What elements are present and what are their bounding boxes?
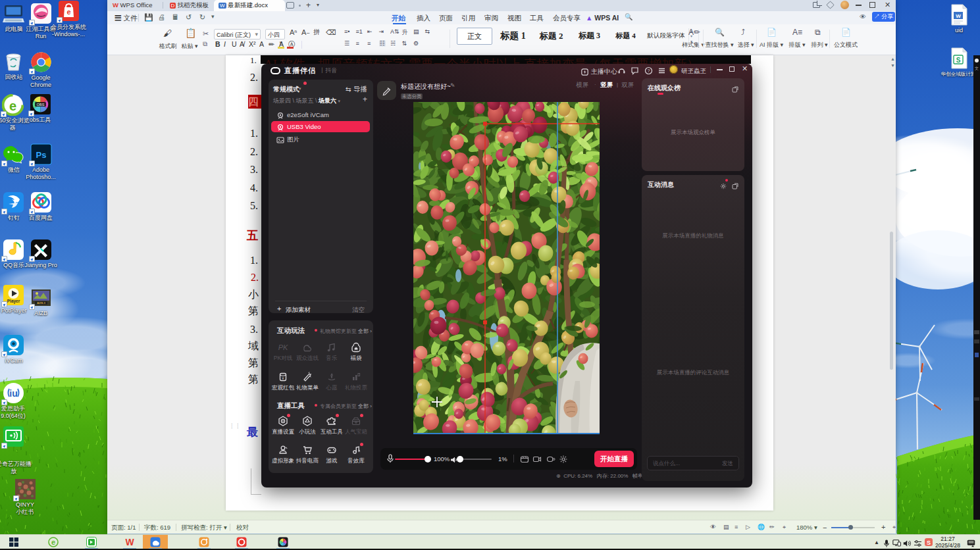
svg-text:OBS: OBS xyxy=(37,103,45,107)
svg-text:e: e xyxy=(66,8,70,16)
svg-text:¥: ¥ xyxy=(282,376,284,380)
svg-text:S: S xyxy=(927,539,931,546)
svg-text:Ps: Ps xyxy=(36,150,47,160)
svg-text:iu: iu xyxy=(9,388,17,399)
svg-text:?: ? xyxy=(648,68,650,73)
svg-text:AIZB-3: AIZB-3 xyxy=(37,301,45,305)
svg-text:Player: Player xyxy=(7,299,20,304)
svg-text:S: S xyxy=(956,57,961,64)
svg-text:PK: PK xyxy=(278,343,288,351)
svg-text:e: e xyxy=(51,538,55,546)
svg-text:W: W xyxy=(956,13,961,19)
svg-text:W: W xyxy=(125,537,134,547)
svg-text:e: e xyxy=(9,99,16,113)
